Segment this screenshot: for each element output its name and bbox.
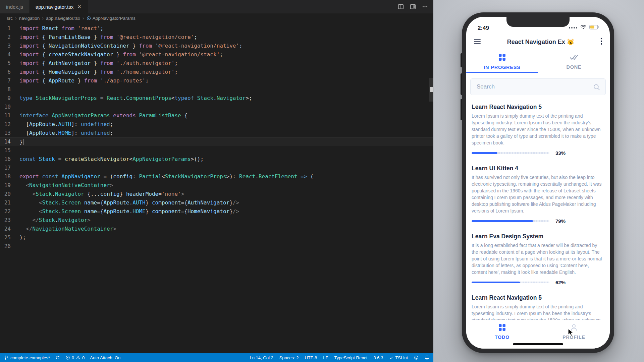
linter-status[interactable]: TSLint	[389, 355, 408, 360]
line-number: 9	[0, 94, 19, 103]
line-number: 1	[0, 24, 19, 33]
todo-card-title: Learn React Navigation 5	[472, 294, 604, 301]
code-line[interactable]: 11interface AppNavigatorParams extends P…	[0, 111, 433, 120]
bottom-tab-todo[interactable]: TODO	[466, 320, 538, 343]
todo-card[interactable]: Learn UI Kitten 4 It has survived not on…	[472, 161, 604, 229]
line-number: 3	[0, 42, 19, 50]
progress-row: 62%	[472, 280, 604, 285]
code-text: <Stack.Navigator {...config} headerMode=…	[19, 190, 184, 198]
breadcrumb-item[interactable]: AppNavigatorParams	[87, 16, 136, 21]
progress-label: 79%	[555, 218, 566, 224]
notifications-bell-icon[interactable]	[425, 355, 429, 360]
code-line[interactable]: 23 </Stack.Navigator>	[0, 216, 433, 225]
code-line[interactable]: 19 <NavigationNativeContainer>	[0, 181, 433, 190]
code-text: interface AppNavigatorParams extends Par…	[19, 111, 187, 120]
typescript-version-status[interactable]: 3.6.3	[374, 355, 383, 360]
code-text: import { createStackNavigator } from '@r…	[19, 50, 223, 59]
code-line[interactable]: 12 [AppRoute.AUTH]: undefined;	[0, 120, 433, 129]
search-icon[interactable]	[593, 83, 600, 92]
code-line[interactable]: 25);	[0, 233, 433, 242]
todo-card-description: Lorem Ipsum is simply dummy text of the …	[472, 303, 604, 320]
code-line[interactable]: 13 [AppRoute.HOME]: undefined;	[0, 129, 433, 137]
home-indicator[interactable]	[513, 343, 563, 345]
auto-attach-status[interactable]: Auto Attach: On	[90, 355, 120, 360]
breadcrumb[interactable]: src›navigation›app.navigator.tsx›AppNavi…	[0, 13, 433, 23]
breadcrumb-separator: ›	[83, 15, 84, 21]
done-check-icon	[570, 54, 578, 62]
breadcrumb-item[interactable]: app.navigator.tsx	[46, 16, 80, 21]
line-number: 26	[0, 242, 19, 251]
progress-label: 33%	[555, 150, 566, 156]
toggle-layout-icon[interactable]	[410, 4, 416, 10]
code-text: <NavigationNativeContainer>	[19, 181, 113, 190]
code-line[interactable]: 17	[0, 164, 433, 172]
code-line[interactable]: 5import { AuthNavigator } from './auth.n…	[0, 59, 433, 68]
code-line[interactable]: 2import { ParamListBase } from '@react-n…	[0, 33, 433, 42]
phone-mockup: 2:49 React Navigati	[462, 12, 614, 353]
todo-list[interactable]: Learn React Navigation 5 Lorem Ipsum is …	[466, 99, 610, 320]
line-number: 13	[0, 129, 19, 137]
tab-index-js[interactable]: index.js	[0, 0, 30, 13]
code-text: [AppRoute.HOME]: undefined;	[19, 129, 113, 137]
line-number: 19	[0, 181, 19, 190]
todo-card-title: Learn UI Kitten 4	[472, 165, 604, 172]
cursor-position-status[interactable]: Ln 14, Col 2	[250, 355, 273, 360]
code-line[interactable]: 1import React from 'react';	[0, 24, 433, 33]
breadcrumb-item[interactable]: src	[7, 16, 13, 21]
line-number: 22	[0, 207, 19, 216]
todo-card[interactable]: Learn React Navigation 5 Lorem Ipsum is …	[472, 99, 604, 161]
encoding-status[interactable]: UTF-8	[305, 355, 317, 360]
line-number: 5	[0, 59, 19, 68]
code-line[interactable]: 7import { AppRoute } from './app-routes'…	[0, 76, 433, 85]
line-number: 11	[0, 111, 19, 120]
split-editor-icon[interactable]	[398, 4, 404, 10]
progress-bar	[472, 220, 549, 222]
breadcrumb-item[interactable]: navigation	[19, 16, 40, 21]
menu-hamburger-icon[interactable]	[474, 38, 481, 46]
todo-card[interactable]: Learn React Navigation 5 Lorem Ipsum is …	[472, 290, 604, 320]
close-tab-icon[interactable]: ×	[77, 4, 82, 10]
editor-actions	[398, 0, 433, 13]
sync-status[interactable]	[55, 355, 60, 360]
search-input[interactable]	[470, 78, 606, 95]
code-line[interactable]: 3import { NavigationNativeContainer } fr…	[0, 42, 433, 50]
code-line[interactable]: 20 <Stack.Navigator {...config} headerMo…	[0, 190, 433, 198]
tab-app-navigator-tsx[interactable]: app.navigator.tsx ×	[30, 0, 88, 13]
language-mode-status[interactable]: TypeScript React	[334, 355, 368, 360]
eol-status[interactable]: LF	[323, 355, 328, 360]
code-line[interactable]: 6import { HomeNavigator } from './home.n…	[0, 68, 433, 76]
line-number: 4	[0, 50, 19, 59]
line-number: 7	[0, 76, 19, 85]
code-text: import React from 'react';	[19, 24, 103, 33]
code-line[interactable]: 24 </NavigationNativeContainer>	[0, 225, 433, 233]
code-line[interactable]: 16const Stack = createStackNavigator<App…	[0, 155, 433, 164]
status-icons	[569, 24, 599, 32]
code-line[interactable]: 15	[0, 146, 433, 155]
overflow-menu-icon[interactable]	[600, 38, 602, 46]
line-number: 2	[0, 33, 19, 42]
problems-status[interactable]: 0 0	[65, 355, 85, 360]
feedback-smiley-icon[interactable]	[414, 355, 419, 360]
code-line[interactable]: 26	[0, 242, 433, 251]
git-branch-status[interactable]: complete-exmaples*	[4, 355, 50, 360]
line-number: 17	[0, 164, 19, 172]
code-line[interactable]: 4import { createStackNavigator } from '@…	[0, 50, 433, 59]
code-text: type StackNavigatorProps = React.Compone…	[19, 94, 252, 103]
code-line[interactable]: 21 <Stack.Screen name={AppRoute.AUTH} co…	[0, 198, 433, 207]
tab-in-progress[interactable]: IN PROGRESS	[466, 51, 538, 73]
tab-done[interactable]: DONE	[538, 51, 610, 73]
code-editor[interactable]: 1import React from 'react';2import { Par…	[0, 23, 433, 353]
todo-card[interactable]: Learn Eva Design System It is a long est…	[472, 229, 604, 290]
indentation-status[interactable]: Spaces: 2	[279, 355, 299, 360]
branch-name: complete-exmaples*	[10, 355, 50, 360]
code-line[interactable]: 10	[0, 103, 433, 111]
code-line[interactable]: 14}	[0, 137, 433, 146]
code-line[interactable]: 9type StackNavigatorProps = React.Compon…	[0, 94, 433, 103]
code-line[interactable]: 22 <Stack.Screen name={AppRoute.HOME} co…	[0, 207, 433, 216]
warnings-count: 0	[82, 355, 85, 360]
code-text: const Stack = createStackNavigator<AppNa…	[19, 155, 204, 164]
more-actions-icon[interactable]	[422, 4, 428, 10]
code-line[interactable]: 18export const AppNavigator = (config: P…	[0, 172, 433, 181]
code-line[interactable]: 8	[0, 85, 433, 94]
line-number: 10	[0, 103, 19, 111]
